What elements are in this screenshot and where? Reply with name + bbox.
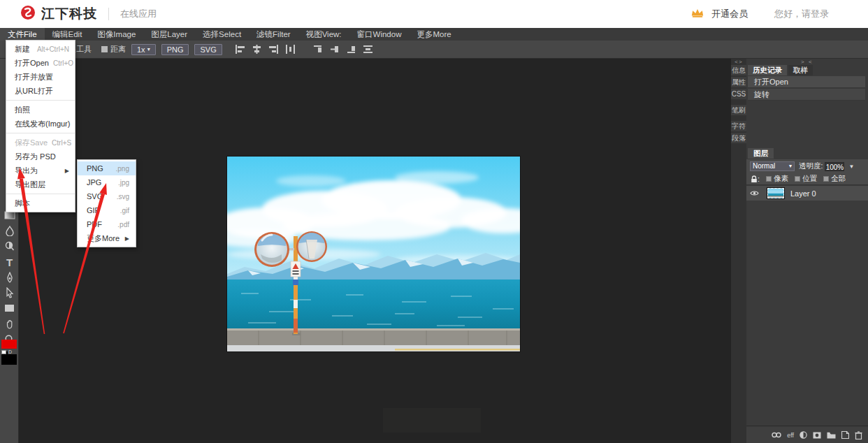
opacity-value[interactable]: 100% (825, 162, 844, 171)
file-menu-open-place[interactable]: 打开并放置 (6, 70, 75, 84)
export-pdf[interactable]: PDF.pdf (78, 217, 136, 231)
menu-layer[interactable]: 图层Layer (143, 28, 195, 41)
menu-file[interactable]: 文件File (0, 28, 45, 41)
tab-history[interactable]: 历史记录 (748, 65, 787, 75)
align-hcenter-icon[interactable] (252, 45, 262, 54)
distribute-v-icon[interactable] (363, 45, 373, 54)
menu-image[interactable]: 图像Image (89, 28, 143, 41)
dodge-tool[interactable] (2, 239, 17, 253)
menu-window[interactable]: 窗口Window (349, 28, 410, 41)
foreground-color-swatch[interactable] (1, 340, 17, 349)
export-png-button[interactable]: PNG (161, 44, 189, 55)
strip-collapse-icon[interactable]: <> (731, 59, 746, 65)
online-app-link[interactable]: 在线应用 (120, 8, 157, 20)
tab-css[interactable]: CSS (731, 89, 746, 99)
layer-effects-button[interactable]: eff (787, 432, 794, 439)
vip-link[interactable]: 开通会员 (711, 8, 748, 20)
export-more[interactable]: 更多More▶ (78, 231, 136, 245)
export-gif[interactable]: GIF.gif (78, 203, 136, 217)
hand-tool[interactable] (2, 317, 17, 331)
menu-more[interactable]: 更多More (409, 28, 458, 41)
lock-pixels[interactable]: 像素 (766, 174, 788, 184)
submenu-arrow-icon: ▶ (65, 168, 69, 174)
file-menu-open[interactable]: 打开OpenCtrl+O (6, 56, 75, 70)
tab-layers[interactable]: 图层 (748, 148, 774, 159)
layers-list-empty-area (746, 201, 868, 426)
layer-visibility-eye-icon[interactable] (750, 190, 759, 196)
login-link[interactable]: 您好，请登录 (774, 8, 829, 20)
link-layers-icon[interactable] (772, 432, 781, 438)
logo-icon (20, 4, 36, 24)
pen-tool[interactable] (2, 270, 17, 284)
export-png[interactable]: PNG.png (78, 161, 136, 175)
distance-checkbox[interactable] (101, 46, 108, 52)
align-bottom-icon[interactable] (346, 45, 356, 54)
export-svg-button[interactable]: SVG (194, 44, 222, 55)
layer-row[interactable]: Layer 0 (746, 186, 868, 201)
file-menu-export-as[interactable]: 导出为▶ (6, 164, 75, 177)
export-svg[interactable]: SVG.svg (78, 189, 136, 203)
lock-pixels-checkbox[interactable] (766, 176, 772, 182)
history-item-rotate[interactable]: 旋转 (748, 89, 865, 101)
adjustment-layer-icon[interactable] (800, 431, 807, 439)
background-color-swatch[interactable] (1, 354, 17, 365)
layer-lock-row: : 像素 位置 全部 (746, 173, 868, 185)
file-menu-script[interactable]: 脚本 (6, 196, 75, 210)
history-item-open[interactable]: 打开Open (748, 76, 865, 88)
default-colors-label: D (8, 349, 12, 354)
shape-tool[interactable] (2, 301, 17, 315)
file-menu-export-layers[interactable]: 导出图层 (6, 177, 75, 191)
site-header: 江下科技 在线应用 开通会员 您好，请登录 (0, 0, 868, 28)
panel-collapse-icon[interactable]: > < (801, 59, 813, 65)
tab-properties[interactable]: 属性 (731, 77, 746, 87)
align-vcenter-icon[interactable] (329, 45, 340, 54)
tab-paragraph[interactable]: 段落 (731, 133, 746, 143)
app-window: 江下科技 在线应用 开通会员 您好，请登录 文件File 编辑Edit 图像Im… (0, 0, 868, 443)
type-tool[interactable]: T (2, 255, 17, 269)
menu-edit[interactable]: 编辑Edit (45, 28, 90, 41)
tab-sampling[interactable]: 取样 (788, 65, 813, 75)
export-jpg[interactable]: JPG.jpg (78, 175, 136, 189)
new-group-folder-icon[interactable] (827, 432, 836, 439)
lock-colon: : (758, 175, 760, 183)
canvas-watermark-box (383, 408, 481, 433)
right-tab-strip: <> 信息 属性 CSS 笔刷 字符 段落 (731, 59, 746, 443)
tab-character[interactable]: 字符 (731, 121, 746, 131)
lock-all[interactable]: 全部 (823, 174, 846, 184)
align-top-icon[interactable] (312, 45, 323, 54)
file-menu-open-url[interactable]: 从URL打开 (6, 84, 75, 98)
file-menu-publish-imgur[interactable]: 在线发布(Imgur) (6, 117, 75, 131)
default-colors-icon[interactable] (1, 350, 6, 354)
tab-brush[interactable]: 笔刷 (731, 105, 746, 115)
file-menu-take-photo[interactable]: 拍照 (6, 103, 75, 117)
layer-thumbnail[interactable] (767, 188, 784, 198)
blend-mode-select[interactable]: Normal▾ (750, 161, 795, 171)
opacity-label: 透明度: (799, 161, 823, 171)
delete-layer-trash-icon[interactable] (855, 431, 862, 440)
lock-icon (751, 175, 758, 183)
pixel-ratio-dropdown[interactable]: 1x▾ (131, 44, 156, 55)
lock-position-checkbox[interactable] (795, 176, 800, 182)
lock-position[interactable]: 位置 (795, 174, 817, 184)
layer-mask-icon[interactable] (813, 432, 821, 439)
menu-select[interactable]: 选择Select (195, 28, 249, 41)
distribute-h-icon[interactable] (285, 45, 296, 54)
lock-all-checkbox[interactable] (823, 176, 829, 182)
align-right-icon[interactable] (268, 45, 279, 54)
menu-filter[interactable]: 滤镜Filter (249, 28, 298, 41)
swatch-reset[interactable]: D (1, 349, 17, 354)
new-layer-icon[interactable] (841, 431, 849, 439)
opacity-caret-icon[interactable]: ▼ (848, 164, 854, 170)
menubar: 文件File 编辑Edit 图像Image 图层Layer 选择Select 滤… (0, 28, 868, 41)
file-menu-new[interactable]: 新建Alt+Ctrl+N (6, 42, 75, 56)
direct-select-tool[interactable] (2, 286, 17, 300)
chevron-down-icon: ▾ (147, 46, 150, 52)
canvas-document[interactable] (227, 157, 520, 351)
file-menu-save-as-psd[interactable]: 另存为 PSD (6, 150, 75, 164)
tab-info[interactable]: 信息 (731, 65, 746, 75)
logo[interactable]: 江下科技 (0, 4, 97, 24)
align-left-icon[interactable] (235, 45, 245, 54)
menu-view[interactable]: 视图View: (298, 28, 349, 41)
crown-icon (690, 7, 704, 21)
blur-tool[interactable] (2, 224, 17, 238)
